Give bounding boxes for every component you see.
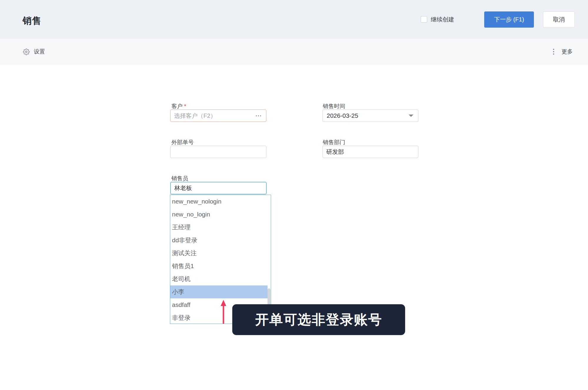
dropdown-option-label: 小李 bbox=[172, 288, 184, 295]
sale-department-label: 销售部门 bbox=[323, 139, 345, 146]
salesperson-label: 销售员 bbox=[171, 175, 188, 182]
settings-button[interactable]: 设置 bbox=[23, 39, 45, 65]
dropdown-option[interactable]: new_new_nologin bbox=[170, 195, 271, 208]
salesperson-input[interactable] bbox=[171, 185, 266, 191]
dropdown-option-label: 老司机 bbox=[172, 275, 191, 282]
customer-input-box: ⋯ bbox=[170, 110, 266, 122]
ellipsis-picker-icon[interactable]: ⋯ bbox=[255, 112, 266, 120]
sale-department-input-box bbox=[323, 146, 418, 158]
dropdown-option[interactable]: 测试关注 bbox=[170, 247, 271, 260]
continue-create-checkbox[interactable] bbox=[421, 16, 427, 23]
required-asterisk: * bbox=[184, 103, 186, 109]
chevron-down-icon bbox=[409, 115, 413, 117]
customer-label: 客户* bbox=[171, 102, 186, 110]
dropdown-option-label: 非登录 bbox=[172, 314, 191, 321]
more-button[interactable]: 更多 bbox=[553, 39, 573, 65]
more-label: 更多 bbox=[562, 48, 573, 56]
dropdown-option[interactable]: new_no_login bbox=[170, 208, 271, 221]
salesperson-input-box bbox=[170, 182, 267, 194]
page-title: 销售 bbox=[23, 15, 41, 27]
dropdown-option-label: 王经理 bbox=[172, 224, 191, 231]
dropdown-option[interactable]: dd非登录 bbox=[170, 234, 271, 247]
settings-label: 设置 bbox=[34, 48, 45, 56]
annotation-tooltip-text: 开单可选非登录账号 bbox=[255, 311, 382, 329]
cancel-button[interactable]: 取消 bbox=[543, 11, 575, 28]
sale-time-select[interactable]: 2026-03-25 bbox=[323, 110, 418, 122]
gear-icon bbox=[23, 48, 30, 55]
dropdown-option[interactable]: 小李 bbox=[170, 285, 268, 298]
external-order-label: 外部单号 bbox=[171, 139, 194, 146]
dropdown-option-label: new_no_login bbox=[172, 211, 210, 218]
sale-time-value: 2026-03-25 bbox=[323, 112, 409, 119]
sale-department-input[interactable] bbox=[323, 149, 418, 155]
dropdown-option-label: 测试关注 bbox=[172, 250, 197, 256]
dropdown-option-label: 销售员1 bbox=[172, 263, 194, 269]
continue-create-label: 继续创建 bbox=[431, 16, 454, 23]
annotation-arrow-icon bbox=[220, 300, 227, 324]
toolbar: 设置 更多 bbox=[0, 39, 588, 65]
header-actions: 继续创建 下一步 (F1) 取消 bbox=[421, 0, 575, 39]
kebab-menu-icon bbox=[553, 49, 554, 55]
dropdown-option-label: dd非登录 bbox=[172, 237, 197, 243]
external-order-input[interactable] bbox=[171, 149, 266, 155]
customer-label-text: 客户 bbox=[171, 103, 183, 109]
annotation-tooltip: 开单可选非登录账号 bbox=[232, 304, 405, 335]
page-header: 销售 继续创建 下一步 (F1) 取消 bbox=[0, 0, 588, 39]
dropdown-option[interactable]: 王经理 bbox=[170, 221, 271, 234]
next-step-button[interactable]: 下一步 (F1) bbox=[484, 11, 534, 28]
dropdown-option[interactable]: 老司机 bbox=[170, 273, 271, 285]
dropdown-option-label: new_new_nologin bbox=[172, 198, 221, 205]
external-order-input-box bbox=[170, 146, 266, 158]
sale-time-label: 销售时间 bbox=[323, 102, 345, 110]
customer-input[interactable] bbox=[171, 112, 255, 119]
dropdown-option[interactable]: 销售员1 bbox=[170, 260, 271, 273]
dropdown-option-label: asdfaff bbox=[172, 301, 191, 308]
